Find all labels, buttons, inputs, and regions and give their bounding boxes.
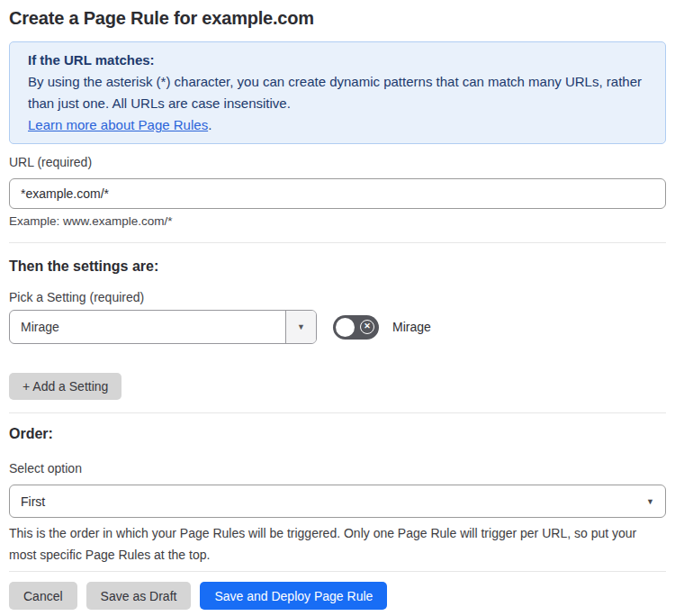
- cancel-button[interactable]: Cancel: [9, 582, 77, 610]
- settings-section-heading: Then the settings are:: [9, 258, 666, 276]
- url-match-info-box: If the URL matches: By using the asteris…: [9, 41, 666, 144]
- save-and-deploy-button[interactable]: Save and Deploy Page Rule: [200, 582, 387, 610]
- toggle-off-x-icon: ✕: [360, 320, 374, 334]
- page-title: Create a Page Rule for example.com: [9, 7, 666, 29]
- info-box-body: By using the asterisk (*) character, you…: [28, 71, 647, 114]
- url-example-helper: Example: www.example.com/*: [9, 213, 666, 230]
- order-select-value: First: [21, 494, 45, 509]
- add-setting-button[interactable]: + Add a Setting: [9, 373, 122, 400]
- divider: [9, 242, 666, 243]
- order-select[interactable]: First ▼: [9, 485, 666, 518]
- chevron-down-icon: ▼: [646, 497, 654, 506]
- order-helper-text: This is the order in which your Page Rul…: [9, 522, 662, 566]
- mirage-toggle[interactable]: ✕: [333, 315, 379, 340]
- setting-select[interactable]: Mirage ▼: [9, 310, 317, 344]
- setting-picker-label: Pick a Setting (required): [9, 288, 666, 306]
- learn-more-link[interactable]: Learn more about Page Rules: [28, 117, 208, 132]
- order-section-heading: Order:: [9, 425, 666, 443]
- info-box-heading: If the URL matches:: [28, 50, 647, 71]
- setting-picker-row: Mirage ▼ ✕ Mirage: [9, 310, 666, 344]
- page-rule-form: Create a Page Rule for example.com If th…: [0, 0, 675, 616]
- footer-actions: Cancel Save as Draft Save and Deploy Pag…: [9, 582, 666, 610]
- toggle-label: Mirage: [392, 320, 431, 334]
- save-as-draft-button[interactable]: Save as Draft: [86, 582, 192, 610]
- url-field-label: URL (required): [9, 153, 666, 171]
- link-suffix: .: [208, 117, 212, 132]
- order-select-label: Select option: [9, 459, 666, 477]
- info-box-link-line: Learn more about Page Rules.: [28, 114, 647, 136]
- divider: [9, 412, 666, 413]
- toggle-knob: [336, 318, 355, 337]
- divider: [9, 571, 666, 572]
- setting-select-value: Mirage: [10, 311, 285, 343]
- url-input[interactable]: [9, 178, 666, 209]
- chevron-down-icon[interactable]: ▼: [285, 311, 316, 343]
